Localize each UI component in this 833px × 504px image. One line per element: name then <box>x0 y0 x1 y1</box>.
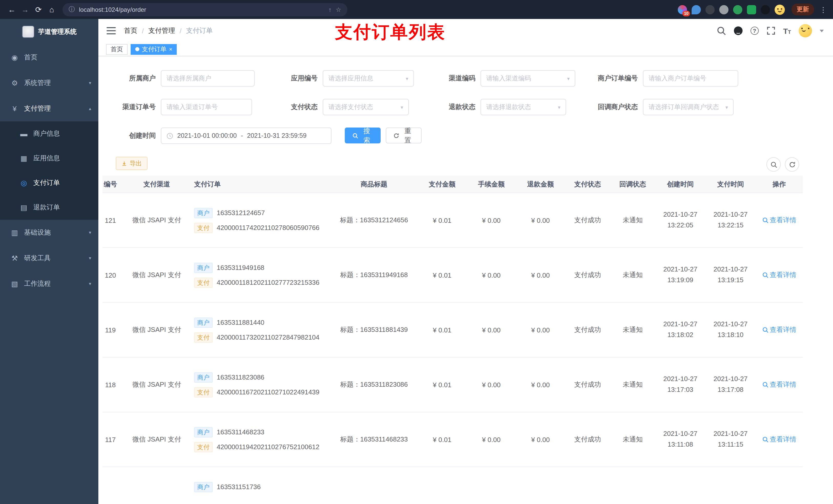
export-button[interactable]: 导出 <box>116 157 147 170</box>
sidebar-item-home[interactable]: ◉ 首页 <box>0 45 98 70</box>
browser-menu-icon[interactable]: ⋮ <box>819 5 828 14</box>
merchant-tag: 商户 <box>194 372 213 382</box>
view-detail-link[interactable]: 查看详情 <box>762 270 796 280</box>
sidebar-item-payment[interactable]: ¥ 支付管理 ▴ <box>0 96 98 121</box>
table-row[interactable]: 117 微信 JSAPI 支付 商户 1635311468233 支付 4200… <box>102 412 803 467</box>
fullscreen-icon[interactable] <box>766 26 776 35</box>
show-search-toggle-button[interactable] <box>766 157 781 172</box>
bookmark-star-icon[interactable]: ☆ <box>336 6 341 13</box>
address-bar[interactable]: ⓘ localhost:1024/pay/order ↑ ☆ <box>63 3 347 16</box>
browser-extension-icon[interactable] <box>706 5 715 14</box>
clock-icon <box>166 133 173 139</box>
refund-status-select[interactable]: 请选择退款状态 ▾ <box>480 99 566 115</box>
share-icon[interactable]: ↑ <box>328 6 331 13</box>
search-icon <box>762 217 768 223</box>
browser-home-icon[interactable]: ⌂ <box>45 0 58 19</box>
table-row[interactable]: 120 微信 JSAPI 支付 商户 1635311949168 支付 4200… <box>102 248 803 303</box>
profile-avatar-icon[interactable] <box>775 4 785 15</box>
pay-order-cell: 商户 1635312124657 支付 42000011742021102780… <box>188 208 330 233</box>
table-row[interactable]: 118 微信 JSAPI 支付 商户 1635311823086 支付 4200… <box>102 358 803 412</box>
sidebar-item-system[interactable]: ⚙ 系统管理 ▾ <box>0 70 98 96</box>
breadcrumb-payment[interactable]: 支付管理 <box>148 26 175 35</box>
pay-status: 支付成功 <box>565 270 610 280</box>
browser-back-icon[interactable]: ← <box>5 0 19 19</box>
pay-order-line: 支付 4200001174202110278060590766 <box>194 222 330 233</box>
browser-refresh-icon[interactable]: ⟳ <box>32 0 45 19</box>
sidebar-item-app-info[interactable]: ▦ 应用信息 <box>0 146 98 171</box>
date-range-input[interactable]: 2021-10-01 00:00:00 - 2021-10-31 23:59:5… <box>161 127 331 144</box>
channel-order-no: 4200001174202110278060590766 <box>217 224 319 232</box>
date-start[interactable]: 2021-10-01 00:00:00 <box>177 132 237 139</box>
extensions-cluster: 10 更新 ⋮ <box>678 4 828 15</box>
browser-extension-icon[interactable] <box>733 5 742 14</box>
search-button[interactable]: 搜索 <box>345 127 381 143</box>
goods-title: 标题：1635311881439 <box>330 325 418 334</box>
view-detail-link[interactable]: 查看详情 <box>762 380 796 389</box>
hamburger-icon[interactable] <box>106 27 116 34</box>
pay-order-cell: 商户 1635311468233 支付 42000011942021102767… <box>188 427 330 452</box>
view-detail-link[interactable]: 查看详情 <box>762 435 796 444</box>
chat-extension-icon[interactable] <box>747 5 756 14</box>
yen-icon: ¥ <box>10 104 19 113</box>
merchant-order-no: 1635311823086 <box>217 374 264 381</box>
browser-forward-icon[interactable]: → <box>19 0 32 19</box>
merchant-order-no-input[interactable] <box>643 70 738 87</box>
filter-label-channel-code: 渠道编码 <box>423 74 480 83</box>
sidebar-item-workflow[interactable]: ▧ 工作流程 ▾ <box>0 271 98 296</box>
chevron-down-icon: ▾ <box>406 75 408 81</box>
tab-home[interactable]: 首页 <box>106 44 127 54</box>
pin-extension-icon[interactable] <box>761 5 770 14</box>
refund-amount: ¥ 0.00 <box>516 436 565 443</box>
refund-amount: ¥ 0.00 <box>516 271 565 279</box>
table-body: 121 微信 JSAPI 支付 商户 1635312124657 支付 4200… <box>102 193 803 504</box>
sidebar: 芋道管理系统 ◉ 首页 ⚙ 系统管理 ▾ ¥ 支付管理 ▴ ▬ 商户信息 <box>0 19 98 504</box>
help-icon[interactable]: ? <box>750 27 759 35</box>
font-size-icon[interactable]: TT <box>783 26 791 35</box>
search-icon[interactable] <box>716 26 726 35</box>
view-detail-link[interactable]: 查看详情 <box>762 325 796 334</box>
notify-status: 未通知 <box>610 270 655 280</box>
browser-extension-icon[interactable]: 10 <box>678 5 687 14</box>
pay-status-select[interactable]: 请选择支付状态 ▾ <box>323 99 409 115</box>
breadcrumb-home[interactable]: 首页 <box>124 26 137 35</box>
close-icon[interactable]: × <box>169 46 172 52</box>
sidebar-item-infrastructure[interactable]: ▥ 基础设施 ▾ <box>0 220 98 245</box>
date-end[interactable]: 2021-10-31 23:59:59 <box>247 132 307 139</box>
browser-update-button[interactable]: 更新 <box>791 4 814 15</box>
site-info-icon[interactable]: ⓘ <box>69 5 75 14</box>
merchant-input[interactable] <box>161 70 255 87</box>
reset-button[interactable]: 重置 <box>386 127 422 143</box>
filter-label-app: 应用编号 <box>265 74 323 83</box>
merchant-order-no: 1635311468233 <box>217 428 264 436</box>
view-detail-link[interactable]: 查看详情 <box>762 216 796 225</box>
browser-extension-icon[interactable] <box>719 5 729 14</box>
sidebar-item-pay-order[interactable]: ◎ 支付订单 <box>0 171 98 195</box>
channel-order-no-input[interactable] <box>161 99 252 115</box>
water-drop-extension-icon[interactable] <box>692 5 701 14</box>
order-id: 119 <box>105 326 116 334</box>
user-avatar[interactable] <box>799 24 812 38</box>
sidebar-item-merchant-info[interactable]: ▬ 商户信息 <box>0 121 98 146</box>
app-select[interactable]: 请选择应用信息 ▾ <box>323 70 414 87</box>
pay-amount: ¥ 0.01 <box>418 381 467 388</box>
notify-status-select[interactable]: 请选择订单回调商户状态 ▾ <box>643 99 734 115</box>
create-time: 2021-10-2713:22:05 <box>655 210 706 231</box>
tab-pay-order[interactable]: 支付订单 × <box>130 44 177 54</box>
table-row[interactable]: 119 微信 JSAPI 支付 商户 1635311881440 支付 4200… <box>102 303 803 358</box>
github-icon[interactable] <box>733 26 743 35</box>
channel-code-select[interactable]: 请输入渠道编码 ▾ <box>480 70 575 87</box>
pay-order-cell: 商户 1635311949168 支付 42000011812021102777… <box>188 263 330 288</box>
caret-down-icon[interactable] <box>820 29 824 32</box>
table-row[interactable]: 121 微信 JSAPI 支付 商户 1635312124657 支付 4200… <box>102 193 803 248</box>
notify-status: 未通知 <box>610 380 655 389</box>
pay-channel: 微信 JSAPI 支付 <box>125 216 188 225</box>
url-text[interactable]: localhost:1024/pay/order <box>79 6 324 13</box>
merchant-tag: 商户 <box>194 427 213 437</box>
app-title: 芋道管理系统 <box>38 27 77 36</box>
refresh-table-button[interactable] <box>785 157 799 172</box>
sidebar-item-refund-order[interactable]: ▤ 退款订单 <box>0 195 98 220</box>
sidebar-item-dev-tools[interactable]: ⚒ 研发工具 ▾ <box>0 245 98 271</box>
table-row[interactable]: 商户 163531151736 支付 查看详情 <box>102 467 803 504</box>
pay-order-cell: 商户 1635311881440 支付 42000011732021102728… <box>188 317 330 342</box>
merchant-order-line: 商户 1635311881440 <box>194 317 330 328</box>
